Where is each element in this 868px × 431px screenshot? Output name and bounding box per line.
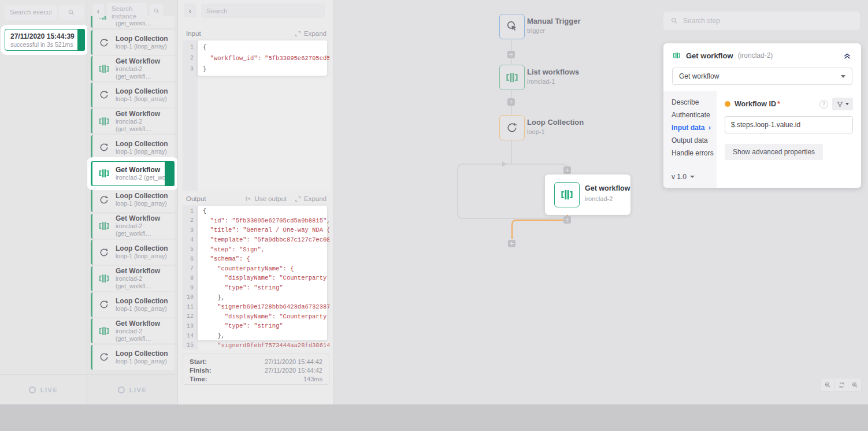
- chevron-left-icon: ‹: [189, 6, 191, 15]
- step-panel-subtitle: (ironclad-2): [738, 51, 773, 60]
- input-code-block[interactable]: 1{ 2 "workflow_id": "5fb33095e62705cd5a9…: [183, 40, 329, 191]
- input-section-title: Input: [186, 30, 201, 37]
- step-title: Loop Collection: [116, 244, 168, 252]
- search-io-input[interactable]: [201, 3, 325, 18]
- tab-handle-errors[interactable]: Handle errors: [663, 147, 717, 159]
- node-get-workflow[interactable]: Get workflow ironclad-2: [545, 174, 630, 215]
- step-item-selected[interactable]: Get Workflow ironclad-2 (get_wo…: [91, 161, 175, 186]
- step-item[interactable]: Loop Collection loop-1 (loop_array): [91, 30, 175, 55]
- node-list-workflows[interactable]: [499, 65, 525, 90]
- tab-authenticate[interactable]: Authenticate: [663, 109, 717, 121]
- instance-panel: Get Workflow ironclad-2 (get_workfl… Loo…: [87, 0, 178, 404]
- tab-describe[interactable]: Describe: [663, 96, 717, 109]
- step-item[interactable]: Loop Collection loop-1 (loop_array): [91, 292, 175, 317]
- live-ring-icon: [118, 387, 125, 393]
- start-value: 27/11/2020 15:44:42: [265, 358, 322, 365]
- code-line: "displayName": "Counterparty Si: [198, 313, 329, 320]
- branch-icon: [837, 101, 843, 107]
- step-subtitle: loop-1 (loop_array): [116, 305, 168, 313]
- zoom-in-button[interactable]: [848, 378, 861, 391]
- execution-card[interactable]: 27/11/2020 15:44:39 successful in 3s 521…: [5, 29, 85, 51]
- step-title: Loop Collection: [116, 140, 168, 148]
- step-panel-title: Get workflow: [686, 51, 733, 60]
- add-step-icon[interactable]: [507, 98, 515, 106]
- step-subtitle: loop-1 (loop_array): [116, 148, 168, 155]
- finish-value: 27/11/2020 15:44:42: [265, 367, 322, 374]
- instance-live-toggle[interactable]: LIVE: [87, 374, 177, 404]
- zoom-out-icon: [824, 381, 832, 389]
- tab-input-data[interactable]: Input data: [663, 121, 717, 134]
- add-step-icon[interactable]: [507, 51, 515, 58]
- search-step-input[interactable]: [683, 17, 853, 25]
- code-line: "signerd8febf7573444aa28fd3861436: [198, 342, 329, 349]
- search-instance-input[interactable]: Search instance: [107, 3, 147, 22]
- ironclad-icon: [672, 51, 681, 60]
- loop-icon: [98, 351, 110, 363]
- expand-input-button[interactable]: Expand: [295, 30, 327, 37]
- step-item[interactable]: Get Workflow ironclad-2 (get_workfl…: [91, 56, 175, 81]
- chevron-left-icon: ‹: [97, 7, 99, 16]
- search-executions-input[interactable]: [5, 5, 57, 20]
- code-line: {: [198, 207, 329, 214]
- step-item[interactable]: Loop Collection loop-1 (loop_array): [91, 83, 175, 107]
- node-manual-trigger[interactable]: [499, 14, 525, 39]
- instance-step-list: Get Workflow ironclad-2 (get_workfl… Loo…: [91, 16, 175, 371]
- step-item[interactable]: Loop Collection loop-1 (loop_array): [91, 345, 175, 370]
- add-step-icon[interactable]: [508, 240, 515, 247]
- executions-search-row: [5, 5, 84, 20]
- refresh-icon: [838, 381, 845, 389]
- search-executions-button[interactable]: [59, 5, 84, 20]
- executions-live-toggle[interactable]: LIVE: [0, 374, 87, 404]
- output-code-block[interactable]: 1{ 2 "id": "5fb33095e62705cd5a9b8815", 3…: [183, 205, 329, 350]
- show-advanced-properties-button[interactable]: Show advanced properties: [725, 144, 823, 160]
- operation-select[interactable]: Get workflow: [672, 68, 852, 85]
- step-item[interactable]: Get Workflow ironclad-2 (get_workfl…: [91, 109, 175, 133]
- reset-zoom-button[interactable]: [834, 378, 848, 391]
- code-line: "workflow_id": "5fb33095e62705cd5a9b: [198, 55, 329, 62]
- ironclad-icon: [505, 70, 520, 85]
- loop-icon: [505, 120, 520, 135]
- collapse-chevrons-icon[interactable]: [842, 50, 852, 61]
- loop-icon: [98, 298, 110, 311]
- step-item[interactable]: Get Workflow ironclad-2 (get_workfl…: [91, 266, 175, 291]
- code-line: "counterpartyName": {: [198, 265, 329, 272]
- get-workflow-node-box[interactable]: [554, 182, 580, 207]
- mapping-mode-button[interactable]: [832, 98, 853, 110]
- bottom-bar: [0, 404, 868, 431]
- collapse-panel-button[interactable]: ‹: [92, 4, 104, 18]
- code-line: "id": "5fb33095e62705cd5a9b8815",: [198, 217, 329, 224]
- ironclad-icon: [98, 167, 110, 180]
- output-section-header: Output Use output Expand: [186, 195, 327, 202]
- ironclad-icon: [98, 62, 110, 75]
- step-subtitle: ironclad-2 (get_workfl…: [116, 328, 175, 343]
- required-asterisk: *: [777, 100, 780, 108]
- code-line: "step": "Sign",: [198, 246, 329, 253]
- step-item[interactable]: Get Workflow ironclad-2 (get_workfl…: [91, 318, 175, 343]
- zoom-in-icon: [851, 381, 859, 389]
- tab-output-data[interactable]: Output data: [663, 134, 717, 147]
- search-icon: [670, 17, 678, 25]
- step-subtitle: loop-1 (loop_array): [116, 200, 168, 207]
- execution-times: Start:27/11/2020 15:44:42 Finish:27/11/2…: [183, 354, 329, 385]
- step-item[interactable]: Get Workflow ironclad-2 (get_workfl…: [91, 214, 175, 239]
- execution-status-strip: [77, 29, 85, 51]
- version-select[interactable]: v 1.0: [663, 173, 717, 188]
- chevron-down-icon: [845, 103, 849, 105]
- expand-output-button[interactable]: Expand: [295, 195, 327, 202]
- step-item[interactable]: Loop Collection loop-1 (loop_array): [91, 187, 175, 212]
- workflow-id-input[interactable]: [725, 116, 853, 133]
- collapse-io-button[interactable]: ‹: [184, 3, 196, 17]
- add-step-icon[interactable]: [563, 216, 571, 224]
- zoom-out-button[interactable]: [821, 378, 834, 391]
- step-item[interactable]: Loop Collection loop-1 (loop_array): [91, 240, 175, 265]
- step-panel-header: Get workflow (ironclad-2): [663, 43, 861, 68]
- search-instance-button[interactable]: [150, 4, 164, 18]
- help-icon[interactable]: ?: [819, 100, 828, 109]
- field-label: Workflow ID: [735, 100, 776, 108]
- step-item[interactable]: Loop Collection loop-1 (loop_array): [91, 135, 175, 160]
- node-loop-collection[interactable]: [499, 115, 525, 140]
- code-line: }: [198, 66, 329, 73]
- use-output-button[interactable]: Use output: [244, 195, 287, 202]
- add-step-icon[interactable]: [563, 166, 571, 174]
- workflow-canvas[interactable]: Manual Trigger trigger List workflows ir…: [334, 0, 868, 404]
